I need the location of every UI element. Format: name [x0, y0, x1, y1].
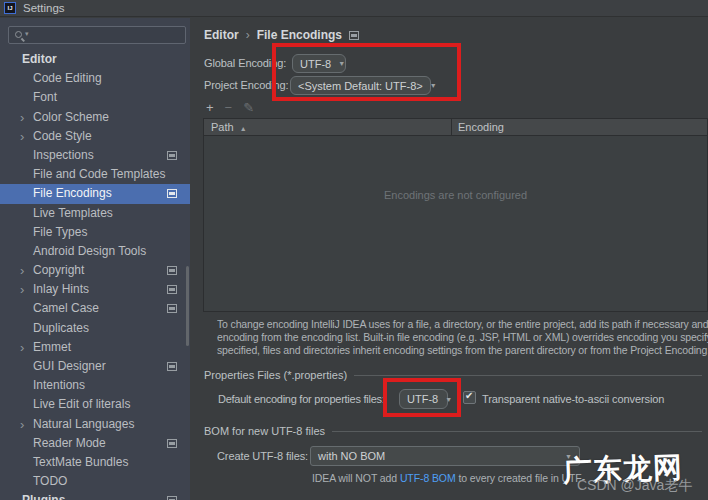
section-divider	[354, 375, 702, 376]
settings-badge-icon	[167, 496, 177, 500]
transparent-conversion-checkbox[interactable]: ✔	[463, 391, 476, 404]
default-encoding-label: Default encoding for properties files:	[218, 393, 385, 405]
transparent-conversion-label: Transparent native-to-ascii conversion	[482, 393, 664, 405]
settings-badge-icon	[167, 266, 177, 275]
sidebar-item-emmet[interactable]: ›Emmet	[0, 338, 190, 357]
table-header: Path▲ Encoding	[204, 119, 707, 136]
sidebar-item-live-edit-of-literals[interactable]: Live Edit of literals	[0, 395, 190, 414]
settings-badge-icon	[167, 189, 177, 198]
create-utf8-files-label: Create UTF-8 files:	[217, 450, 308, 462]
watermark-subtext: CSDN @Java老牛	[577, 477, 692, 495]
help-text: To change encoding IntelliJ IDEA uses fo…	[217, 318, 708, 358]
sidebar-item-duplicates[interactable]: Duplicates	[0, 319, 190, 338]
chevron-right-icon[interactable]: ›	[20, 261, 24, 280]
dropdown-arrow-icon: ▼	[445, 396, 452, 403]
sidebar-item-todo[interactable]: TODO	[0, 472, 190, 491]
sidebar-item-textmate-bundles[interactable]: TextMate Bundles	[0, 453, 190, 472]
sidebar-item-code-style[interactable]: ›Code Style	[0, 127, 190, 146]
project-encoding-select[interactable]: <System Default: UTF-8> ▼	[290, 76, 431, 95]
dropdown-arrow-icon: ▼	[338, 60, 345, 67]
settings-badge-icon	[167, 362, 177, 371]
properties-files-section-header: Properties Files (*.properties)	[204, 369, 702, 381]
utf8-bom-link[interactable]: UTF-8 BOM	[400, 472, 456, 484]
chevron-right-icon[interactable]: ›	[20, 338, 24, 357]
window-title: Settings	[23, 2, 65, 14]
settings-sidebar: ▾ Editor Code Editing Font ›Color Scheme…	[0, 18, 190, 500]
bom-note: IDEA will NOT add UTF-8 BOM to every cre…	[312, 472, 585, 484]
checkmark-icon: ✔	[465, 390, 473, 401]
column-header-path[interactable]: Path▲	[211, 121, 247, 133]
create-utf8-files-select[interactable]: with NO BOM ▼	[310, 446, 580, 466]
settings-badge-icon	[349, 31, 359, 40]
column-divider[interactable]	[451, 119, 452, 136]
breadcrumb-editor[interactable]: Editor	[204, 28, 239, 42]
chevron-right-icon[interactable]: ›	[20, 108, 24, 127]
sidebar-item-file-types[interactable]: File Types	[0, 223, 190, 242]
project-encoding-label: Project Encoding:	[204, 79, 289, 91]
search-box[interactable]: ▾	[8, 26, 186, 44]
search-history-caret-icon[interactable]: ▾	[25, 30, 29, 38]
dropdown-arrow-icon: ▼	[430, 82, 437, 89]
settings-badge-icon	[167, 151, 177, 160]
bom-section-header: BOM for new UTF-8 files	[204, 425, 702, 437]
global-encoding-select[interactable]: UTF-8 ▼	[292, 54, 346, 73]
search-icon	[15, 31, 22, 38]
table-empty-state: Encodings are not configured	[204, 189, 707, 201]
settings-badge-icon	[167, 285, 177, 294]
sidebar-item-inlay-hints[interactable]: ›Inlay Hints	[0, 280, 190, 299]
sidebar-item-copyright[interactable]: ›Copyright	[0, 261, 190, 280]
table-toolbar: + − ✎	[206, 100, 254, 116]
column-header-encoding[interactable]: Encoding	[458, 121, 504, 133]
sidebar-item-natural-languages[interactable]: ›Natural Languages	[0, 415, 190, 434]
sidebar-item-file-and-code-templates[interactable]: File and Code Templates	[0, 165, 190, 184]
section-divider	[332, 431, 702, 432]
chevron-right-icon[interactable]: ›	[20, 280, 24, 299]
sidebar-item-file-encodings[interactable]: File Encodings	[0, 184, 190, 203]
sort-ascending-icon: ▲	[240, 125, 247, 132]
settings-badge-icon	[167, 304, 177, 313]
add-button[interactable]: +	[206, 100, 214, 116]
edit-pencil-button[interactable]: ✎	[243, 100, 254, 116]
settings-badge-icon	[167, 439, 177, 448]
sidebar-item-live-templates[interactable]: Live Templates	[0, 204, 190, 223]
search-input[interactable]	[37, 27, 183, 43]
title-bar: IJ Settings	[0, 0, 708, 17]
sidebar-item-android-design-tools[interactable]: Android Design Tools	[0, 242, 190, 261]
sidebar-item-font[interactable]: Font	[0, 88, 190, 107]
sidebar-item-gui-designer[interactable]: GUI Designer	[0, 357, 190, 376]
sidebar-item-plugins[interactable]: Plugins	[0, 491, 190, 500]
path-encoding-table: Path▲ Encoding Encodings are not configu…	[203, 118, 708, 312]
chevron-right-icon[interactable]: ›	[20, 415, 24, 434]
sidebar-item-reader-mode[interactable]: Reader Mode	[0, 434, 190, 453]
sidebar-item-intentions[interactable]: Intentions	[0, 376, 190, 395]
settings-window: IJ Settings ▾ Editor Code Editing Font ›…	[0, 0, 708, 500]
chevron-right-icon[interactable]: ›	[20, 127, 24, 146]
sidebar-nav: Editor Code Editing Font ›Color Scheme ›…	[0, 50, 190, 500]
default-encoding-select[interactable]: UTF-8 ▼	[399, 389, 448, 409]
sidebar-item-editor[interactable]: Editor	[0, 50, 190, 69]
sidebar-scrollbar[interactable]	[186, 266, 189, 346]
sidebar-item-color-scheme[interactable]: ›Color Scheme	[0, 108, 190, 127]
sidebar-item-code-editing[interactable]: Code Editing	[0, 69, 190, 88]
sidebar-item-inspections[interactable]: Inspections	[0, 146, 190, 165]
sidebar-item-camel-case[interactable]: Camel Case	[0, 299, 190, 318]
breadcrumb-separator: ›	[246, 28, 250, 42]
breadcrumb: Editor › File Encodings	[204, 28, 359, 42]
intellij-logo-icon: IJ	[4, 2, 16, 14]
breadcrumb-current: File Encodings	[257, 28, 342, 42]
global-encoding-label: Global Encoding:	[204, 57, 286, 69]
remove-button[interactable]: −	[225, 100, 233, 116]
